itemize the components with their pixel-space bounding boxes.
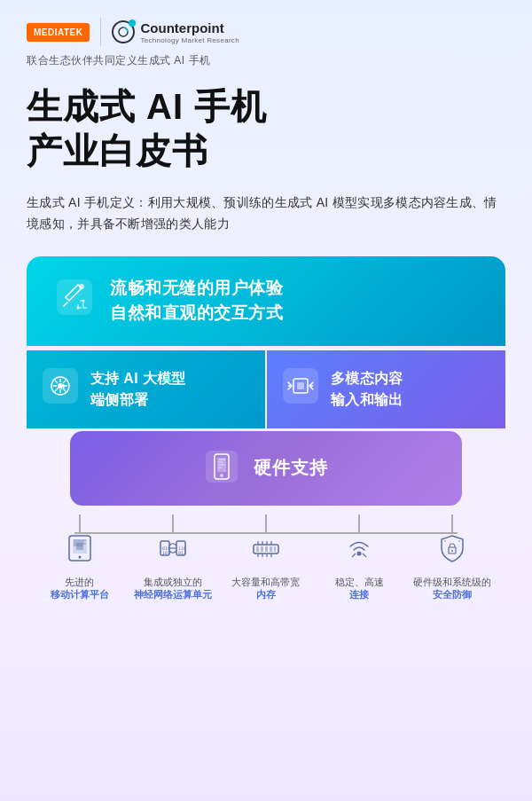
svg-text:011: 011	[178, 550, 186, 555]
tree-branches: 先进的 移动计算平台 010 101 110	[27, 532, 505, 601]
card-row-1: 流畅和无缝的用户体验 自然和直观的交互方式	[27, 256, 505, 346]
svg-rect-29	[265, 546, 268, 552]
branch-items: 先进的 移动计算平台 010 101 110	[39, 532, 494, 601]
branch-item-2: 010 101 110 011 集成或独立的 神经网络运算单元	[132, 532, 214, 601]
header: MEDIATEK Counterpoint Technology Market …	[27, 18, 505, 46]
card-ai-deploy-text: 支持 AI 大模型 端侧部署	[90, 368, 186, 411]
card-row-2: AI 支持 AI 大模型 端侧部署	[27, 349, 505, 428]
counterpoint-subtitle: Technology Market Research	[140, 36, 239, 44]
connectivity-icon	[343, 532, 375, 570]
svg-rect-11	[297, 382, 304, 389]
svg-point-35	[444, 540, 446, 542]
branch-5-label: 硬件级和系统级的 安全防御	[413, 576, 491, 601]
card-row-3: 硬件支持	[70, 431, 463, 506]
branch-item-5: 硬件级和系统级的 安全防御	[411, 532, 493, 601]
branch-item-4: 稳定、高速 连接	[318, 532, 400, 601]
branch-item-3: 大容量和高带宽 内存	[225, 532, 307, 601]
branch-2-label: 集成或独立的 神经网络运算单元	[134, 576, 212, 601]
memory-icon	[250, 532, 282, 570]
card-middle-pair: AI 支持 AI 大模型 端侧部署	[27, 350, 505, 428]
card-experience-text: 流畅和无缝的用户体验 自然和直观的交互方式	[110, 276, 283, 326]
counterpoint-name: Counterpoint	[140, 20, 239, 36]
mobile-platform-icon	[64, 532, 96, 570]
card-hardware-text: 硬件支持	[254, 456, 328, 480]
svg-rect-28	[261, 546, 263, 552]
svg-rect-27	[256, 546, 259, 552]
svg-point-15	[220, 474, 223, 477]
counterpoint-icon	[112, 20, 135, 43]
svg-point-34	[451, 550, 453, 552]
card-multimodal: 多模态内容 输入和输出	[267, 350, 505, 428]
neural-unit-icon: 010 101 110 011	[157, 532, 189, 570]
svg-point-3	[82, 299, 85, 302]
svg-text:101: 101	[162, 550, 170, 555]
tree-section: 先进的 移动计算平台 010 101 110	[27, 514, 505, 601]
card-ai-deploy: AI 支持 AI 大模型 端侧部署	[27, 350, 265, 428]
branch-3-label: 大容量和高带宽 内存	[231, 576, 300, 601]
svg-rect-1	[57, 279, 92, 315]
svg-rect-30	[270, 546, 272, 552]
page: MEDIATEK Counterpoint Technology Market …	[0, 0, 532, 801]
page-subtitle: 联合生态伙伴共同定义生成式 AI 手机	[27, 53, 505, 68]
cards-stack: 流畅和无缝的用户体验 自然和直观的交互方式	[27, 256, 505, 506]
svg-rect-31	[274, 546, 276, 552]
security-icon	[436, 532, 468, 570]
svg-text:AI: AI	[57, 382, 65, 391]
svg-point-32	[357, 551, 362, 555]
branch-item-1: 先进的 移动计算平台	[39, 532, 121, 601]
hardware-icon	[204, 449, 239, 488]
svg-point-36	[458, 540, 460, 542]
main-title-line1: 生成式 AI 手机	[27, 84, 505, 129]
branch-1-label: 先进的 移动计算平台	[51, 576, 109, 601]
main-title: 生成式 AI 手机 产业白皮书	[27, 84, 505, 173]
main-title-line2: 产业白皮书	[27, 129, 505, 173]
branch-4-label: 稳定、高速 连接	[335, 576, 384, 601]
card-hardware: 硬件支持	[70, 431, 463, 506]
mediatek-logo: MEDIATEK	[27, 23, 90, 42]
experience-icon	[53, 276, 96, 326]
svg-point-4	[77, 306, 80, 309]
svg-rect-19	[76, 543, 83, 550]
svg-point-18	[78, 555, 81, 558]
counterpoint-logo: Counterpoint Technology Market Research	[112, 20, 239, 44]
logo-divider	[100, 18, 101, 46]
svg-point-2	[79, 284, 84, 289]
card-experience: 流畅和无缝的用户体验 自然和直观的交互方式	[27, 256, 505, 346]
card-multimodal-text: 多模态内容 输入和输出	[331, 368, 403, 411]
ai-deploy-icon: AI	[41, 366, 80, 412]
multimodal-icon	[281, 366, 320, 412]
counterpoint-text: Counterpoint Technology Market Research	[140, 20, 239, 44]
description-text: 生成式 AI 手机定义：利用大规模、预训练的生成式 AI 模型实现多模态内容生成…	[27, 192, 505, 235]
